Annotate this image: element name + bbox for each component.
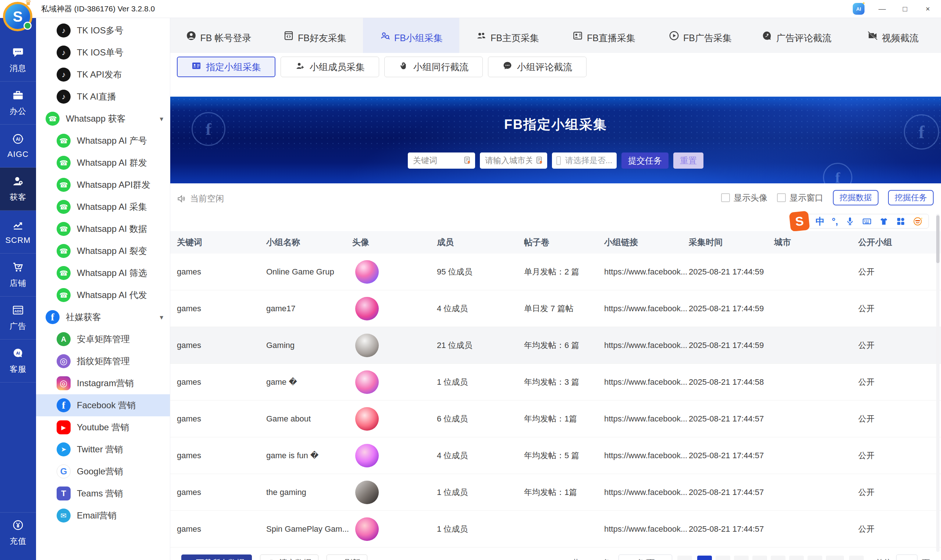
rail-item-recharge[interactable]: 充值 xyxy=(0,512,36,553)
tab-fb-ads-collect[interactable]: FB广告采集 xyxy=(652,18,748,53)
show-avatar-checkbox[interactable]: 显示头像 xyxy=(721,192,767,203)
sidebar-item[interactable]: Whatsapp AI 采集 xyxy=(36,196,170,218)
sidebar-item[interactable]: TK IOS单号 xyxy=(36,42,170,63)
mine-task-button[interactable]: 挖掘任务 xyxy=(888,190,934,205)
sidebar-item[interactable]: TK API发布 xyxy=(36,63,170,86)
sidebar-item[interactable]: TK IOS多号 xyxy=(36,20,170,42)
paste-upload-icon[interactable] xyxy=(535,156,544,165)
vertical-scrollbar[interactable] xyxy=(936,214,939,552)
page-button[interactable]: ••• xyxy=(808,555,822,560)
page-size-select[interactable]: 10条/页 xyxy=(619,554,672,560)
emoji-face-icon[interactable]: ✦ xyxy=(913,217,922,226)
rail-item-ads[interactable]: ADS 广告 xyxy=(0,297,36,340)
sidebar-item[interactable]: 指纹矩阵管理 xyxy=(36,350,170,372)
sidebar-item[interactable]: Whatsapp API群发 xyxy=(36,174,170,196)
table-row[interactable]: games game � 1 位成员 年均发帖：3 篇 https://www.… xyxy=(170,364,941,400)
page-button[interactable]: 6 xyxy=(789,555,804,560)
goto-page-input[interactable] xyxy=(896,554,918,560)
maximize-button[interactable]: □ xyxy=(900,5,910,13)
clear-data-button[interactable]: 清空数据 xyxy=(260,554,318,560)
page-button[interactable]: 4 xyxy=(752,555,767,560)
sidebar-item[interactable]: Whatsapp AI 数据 xyxy=(36,218,170,240)
sidebar-item[interactable]: Whatsapp AI 筛选 xyxy=(36,262,170,284)
sidebar-item[interactable]: Whatsapp AI 群发 xyxy=(36,152,170,174)
ime-chinese-mode[interactable]: 中 xyxy=(816,217,825,226)
prev-page-button[interactable]: ‹ xyxy=(677,555,692,560)
checkbox-icon[interactable] xyxy=(777,193,786,202)
table-row[interactable]: games Spin GamePlay Gam... 1 位成员 https:/… xyxy=(170,511,941,548)
ai-assistant-icon[interactable]: AI xyxy=(853,3,864,15)
cell-group-link[interactable]: https://www.facebook... xyxy=(604,488,689,497)
subtab-designated-group-collect[interactable]: 指定小组采集 xyxy=(177,57,275,77)
table-row[interactable]: games Gaming 21 位成员 年均发帖：6 篇 https://www… xyxy=(170,327,941,364)
tab-ad-comment-intercept[interactable]: 广告评论截流 xyxy=(748,18,845,53)
tab-fb-live-collect[interactable]: FB直播采集 xyxy=(555,18,652,53)
reset-button[interactable]: 重置 xyxy=(673,152,703,169)
submit-task-button[interactable]: 提交任务 xyxy=(622,152,668,169)
table-row[interactable]: games Online Game Grup 95 位成员 单月发帖：2 篇 h… xyxy=(170,254,941,290)
ime-punctuation[interactable]: °, xyxy=(832,217,838,226)
rail-item-messages[interactable]: 消息 xyxy=(0,38,36,82)
checkbox-icon[interactable] xyxy=(721,193,730,202)
subtab-group-members-collect[interactable]: 小组成员采集 xyxy=(281,57,379,77)
cell-group-link[interactable]: https://www.facebook... xyxy=(604,304,689,314)
table-row[interactable]: games game17 4 位成员 单日发 7 篇帖 https://www.… xyxy=(170,290,941,327)
sidebar-item[interactable]: Facebook 营销 xyxy=(36,394,170,416)
minimize-button[interactable]: — xyxy=(877,5,887,13)
scrollbar-thumb[interactable] xyxy=(936,215,939,263)
show-window-checkbox[interactable]: 显示窗口 xyxy=(777,192,823,203)
cell-group-link[interactable]: https://www.facebook... xyxy=(604,267,689,277)
skin-shirt-icon[interactable] xyxy=(879,217,889,226)
page-button[interactable]: 5 xyxy=(771,555,785,560)
cell-group-link[interactable]: https://www.facebook... xyxy=(604,525,689,534)
rail-item-service[interactable]: AI 客服 xyxy=(0,340,36,383)
tab-fb-groups-collect[interactable]: FB小组采集 xyxy=(363,18,459,53)
open-group-filter[interactable]: 请选择是否... xyxy=(552,152,617,169)
page-button[interactable]: 2 xyxy=(716,555,730,560)
cell-group-link[interactable]: https://www.facebook... xyxy=(604,341,689,350)
table-row[interactable]: games game is fun � 4 位成员 年均发帖：5 篇 https… xyxy=(170,437,941,474)
cell-group-link[interactable]: https://www.facebook... xyxy=(604,414,689,424)
sidebar-item[interactable]: Google营销 xyxy=(36,460,170,483)
sidebar-item[interactable]: Whatsapp AI 裂变 xyxy=(36,240,170,262)
rail-item-aigc[interactable]: AI AIGC xyxy=(0,125,36,168)
tab-fb-account-login[interactable]: FB 帐号登录 xyxy=(170,18,267,53)
sidebar-item[interactable]: 安卓矩阵管理 xyxy=(36,328,170,350)
sidebar-item[interactable]: Whatsapp AI 代发 xyxy=(36,284,170,306)
keyword-input[interactable] xyxy=(413,156,460,165)
microphone-icon[interactable] xyxy=(845,217,855,226)
city-keyword-input[interactable] xyxy=(485,156,532,165)
paste-upload-icon[interactable] xyxy=(463,156,472,165)
refresh-button[interactable]: ⟳ 刷新 xyxy=(327,554,367,560)
sidebar-item[interactable]: Instagram营销 xyxy=(36,372,170,394)
subtab-group-comment-intercept[interactable]: 小组评论截流 xyxy=(488,57,586,77)
tab-fb-pages-collect[interactable]: FB主页采集 xyxy=(459,18,555,53)
sidebar-item[interactable]: 社媒获客 xyxy=(36,306,170,328)
download-all-button[interactable]: ↓ 下载所有数据 xyxy=(181,554,252,560)
rail-item-acquisition[interactable]: 获客 xyxy=(0,168,36,211)
table-row[interactable]: games the gaming 1 位成员 年均发帖：1篇 https://w… xyxy=(170,474,941,511)
sidebar-item[interactable]: Whatsapp 获客 xyxy=(36,108,170,130)
sidebar-item[interactable]: Twitter 营销 xyxy=(36,438,170,460)
tab-video-intercept[interactable]: 视频截流 xyxy=(845,18,941,53)
keyboard-icon[interactable] xyxy=(862,217,872,226)
toolbox-grid-icon[interactable] xyxy=(896,217,906,226)
sidebar-item[interactable]: Whatsapp AI 产号 xyxy=(36,130,170,152)
sidebar-item[interactable]: TK AI直播 xyxy=(36,86,170,108)
close-button[interactable]: × xyxy=(922,5,933,13)
checkbox-icon[interactable] xyxy=(556,156,561,165)
rail-item-office[interactable]: 办公 xyxy=(0,82,36,125)
sidebar-item[interactable]: Youtube 营销 xyxy=(36,416,170,438)
next-page-button[interactable]: › xyxy=(849,555,864,560)
tab-fb-friends-collect[interactable]: FB好友采集 xyxy=(267,18,363,53)
cell-group-link[interactable]: https://www.facebook... xyxy=(604,451,689,460)
sidebar-item[interactable]: Email营销 xyxy=(36,505,170,526)
mine-data-button[interactable]: 挖掘数据 xyxy=(833,190,878,205)
subtab-group-peer-intercept[interactable]: 小组同行截流 xyxy=(384,57,483,77)
rail-item-scrm[interactable]: SCRM xyxy=(0,211,36,254)
sidebar-item[interactable]: Teams 营销 xyxy=(36,483,170,505)
page-button[interactable]: 825 xyxy=(826,555,844,560)
table-row[interactable]: games Game about 6 位成员 年均发帖：1篇 https://w… xyxy=(170,400,941,437)
cell-group-link[interactable]: https://www.facebook... xyxy=(604,377,689,387)
rail-item-shop[interactable]: 店铺 xyxy=(0,254,36,297)
